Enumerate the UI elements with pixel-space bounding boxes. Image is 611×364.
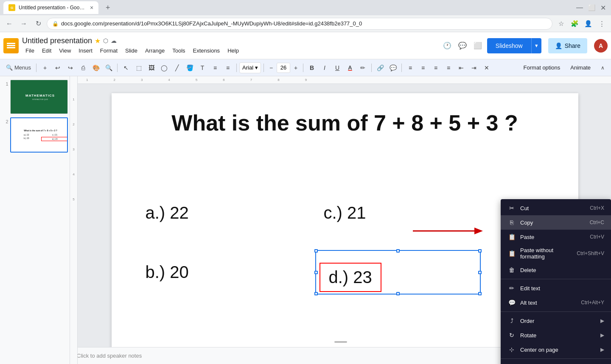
slide-1-number: 1 bbox=[2, 80, 8, 86]
add-button[interactable]: + bbox=[39, 62, 51, 74]
account-circle-icon[interactable]: 👤 bbox=[582, 18, 594, 30]
decrease-font-size-button[interactable]: − bbox=[266, 63, 276, 72]
handle-middle-right bbox=[478, 271, 482, 274]
ctx-order[interactable]: ⤴ Order ▶ bbox=[501, 314, 611, 328]
ctx-edit-text[interactable]: ✏ Edit text bbox=[501, 281, 611, 295]
clear-format-button[interactable]: ✕ bbox=[481, 62, 493, 74]
slideshow-button[interactable]: Slideshow bbox=[487, 38, 531, 53]
more-options-icon[interactable]: ⋮ bbox=[596, 18, 608, 30]
zoom-button[interactable]: 🔍 bbox=[103, 62, 115, 74]
ctx-copy[interactable]: ⎘ Copy Ctrl+C bbox=[501, 215, 611, 230]
center-on-page-arrow: ▶ bbox=[600, 347, 604, 353]
underline-button[interactable]: U bbox=[331, 62, 343, 74]
order-label: Order bbox=[520, 318, 600, 324]
share-label: Share bbox=[565, 42, 580, 49]
link-button[interactable]: 🔗 bbox=[374, 62, 386, 74]
menu-tools[interactable]: Tools bbox=[169, 46, 188, 55]
bold-button[interactable]: B bbox=[306, 62, 318, 74]
menus-label: Menus bbox=[14, 64, 31, 71]
user-avatar[interactable]: A bbox=[594, 39, 608, 53]
paste-icon: 📋 bbox=[507, 233, 516, 241]
menu-file[interactable]: File bbox=[22, 46, 38, 55]
ctx-alt-text[interactable]: 💬 Alt text Ctrl+Alt+Y bbox=[501, 295, 611, 310]
slide-2-thumbnail[interactable]: What is the sum of 7 + 8 + 5 + 3 ? a.) 2… bbox=[10, 117, 68, 153]
redo-button[interactable]: ↪ bbox=[64, 62, 76, 74]
region-select-button[interactable]: ⬚ bbox=[133, 62, 145, 74]
ctx-paste-no-format[interactable]: 📋 Paste without formatting Ctrl+Shift+V bbox=[501, 244, 611, 263]
window-maximize-icon[interactable]: ⬜ bbox=[588, 4, 595, 11]
print-button[interactable]: ⎙ bbox=[77, 62, 89, 74]
paint-fill-button[interactable]: 🪣 bbox=[184, 62, 196, 74]
text-color-button[interactable]: A bbox=[344, 62, 356, 74]
image-button[interactable]: 🖼 bbox=[146, 62, 157, 74]
decrease-indent-button[interactable]: ⇤ bbox=[455, 62, 467, 74]
menu-arrange[interactable]: Arrange bbox=[142, 46, 168, 55]
line-button[interactable]: ╱ bbox=[171, 62, 183, 74]
ctx-paste[interactable]: 📋 Paste Ctrl+V bbox=[501, 230, 611, 244]
bookmark-icon[interactable]: ☆ bbox=[555, 18, 567, 30]
align-left-button[interactable]: ≡ bbox=[209, 62, 221, 74]
back-button[interactable]: ← bbox=[3, 18, 15, 30]
font-selector[interactable]: Arial ▾ bbox=[239, 62, 261, 73]
forward-button[interactable]: → bbox=[18, 18, 30, 30]
app-title: Untitled presentation bbox=[22, 36, 92, 45]
format-options-button[interactable]: Format options bbox=[520, 63, 564, 72]
bullet-list-button[interactable]: ≡ bbox=[417, 62, 429, 74]
refresh-button[interactable]: ↻ bbox=[32, 18, 44, 30]
menus-button[interactable]: 🔍 Menus bbox=[3, 63, 34, 72]
paint-format-button[interactable]: 🎨 bbox=[90, 62, 102, 74]
list-options-button[interactable]: ≡ bbox=[443, 62, 454, 74]
menu-extensions[interactable]: Extensions bbox=[190, 46, 224, 55]
comment-button[interactable]: 💬 bbox=[387, 62, 399, 74]
answer-d[interactable]: d.) 23 bbox=[320, 263, 381, 292]
ctx-delete[interactable]: 🗑 Delete bbox=[501, 263, 611, 277]
ruler-horizontal: 123456789 bbox=[78, 76, 611, 84]
history-icon[interactable]: 🕐 bbox=[441, 40, 453, 52]
text-align-button[interactable]: ≡ bbox=[404, 62, 416, 74]
ctx-cut[interactable]: ✂ Cut Ctrl+X bbox=[501, 201, 611, 215]
tab-close-icon[interactable]: × bbox=[90, 4, 93, 11]
menu-help[interactable]: Help bbox=[224, 46, 242, 55]
window-minimize-icon[interactable]: — bbox=[576, 4, 583, 11]
present-mode-icon[interactable]: ⬜ bbox=[472, 40, 484, 52]
window-close-icon[interactable]: ✕ bbox=[600, 4, 606, 12]
answer-c[interactable]: c.) 21 bbox=[324, 203, 366, 222]
align-right-button[interactable]: ≡ bbox=[222, 62, 234, 74]
animate-button[interactable]: Animate bbox=[567, 63, 594, 72]
address-bar[interactable]: 🔒 docs.google.com/presentation/d/1oPmx3O… bbox=[47, 18, 552, 30]
select-button[interactable]: ↖ bbox=[120, 62, 132, 74]
collapse-toolbar-button[interactable]: ∧ bbox=[597, 63, 608, 73]
new-tab-button[interactable]: + bbox=[102, 2, 114, 14]
highlight-button[interactable]: ✏ bbox=[357, 62, 369, 74]
ctx-center-on-page[interactable]: ⊹ Center on page ▶ bbox=[501, 342, 611, 357]
increase-font-size-button[interactable]: + bbox=[291, 63, 300, 72]
slides-panel: 1 MATHEMATICS INTERACTIVE QUIZ 2 What is… bbox=[0, 76, 70, 364]
menu-view[interactable]: View bbox=[56, 46, 74, 55]
slide-1-thumbnail[interactable]: MATHEMATICS INTERACTIVE QUIZ bbox=[10, 80, 68, 114]
share-button[interactable]: 👤 Share bbox=[548, 38, 587, 53]
answer-a[interactable]: a.) 22 bbox=[146, 203, 189, 222]
active-tab[interactable]: G Untitled presentation - Google S... × bbox=[3, 1, 98, 14]
ctx-comment[interactable]: 💬 Comment Ctrl+Alt+M bbox=[501, 361, 611, 364]
menu-slide[interactable]: Slide bbox=[122, 46, 141, 55]
star-icon[interactable]: ★ bbox=[95, 37, 101, 45]
menu-insert[interactable]: Insert bbox=[75, 46, 96, 55]
increase-indent-button[interactable]: ⇥ bbox=[468, 62, 480, 74]
italic-button[interactable]: I bbox=[319, 62, 331, 74]
slideshow-dropdown-button[interactable]: ▾ bbox=[531, 38, 541, 53]
answer-b[interactable]: b.) 20 bbox=[146, 263, 189, 282]
chat-icon[interactable]: 💬 bbox=[457, 40, 468, 52]
text-button[interactable]: T bbox=[196, 62, 208, 74]
extensions-icon[interactable]: 🧩 bbox=[569, 18, 580, 30]
tab-bar: G Untitled presentation - Google S... × … bbox=[0, 0, 611, 15]
numbered-list-button[interactable]: ≡ bbox=[430, 62, 442, 74]
ctx-rotate[interactable]: ↻ Rotate ▶ bbox=[501, 328, 611, 342]
drive-icon[interactable]: ⬡ bbox=[103, 37, 108, 44]
menu-format[interactable]: Format bbox=[97, 46, 121, 55]
shape-button[interactable]: ◯ bbox=[158, 62, 170, 74]
browser-window: G Untitled presentation - Google S... × … bbox=[0, 0, 611, 32]
menu-edit[interactable]: Edit bbox=[39, 46, 55, 55]
cloud-icon[interactable]: ☁ bbox=[111, 37, 117, 44]
font-size-box[interactable]: 26 bbox=[277, 63, 290, 73]
undo-button[interactable]: ↩ bbox=[52, 62, 64, 74]
